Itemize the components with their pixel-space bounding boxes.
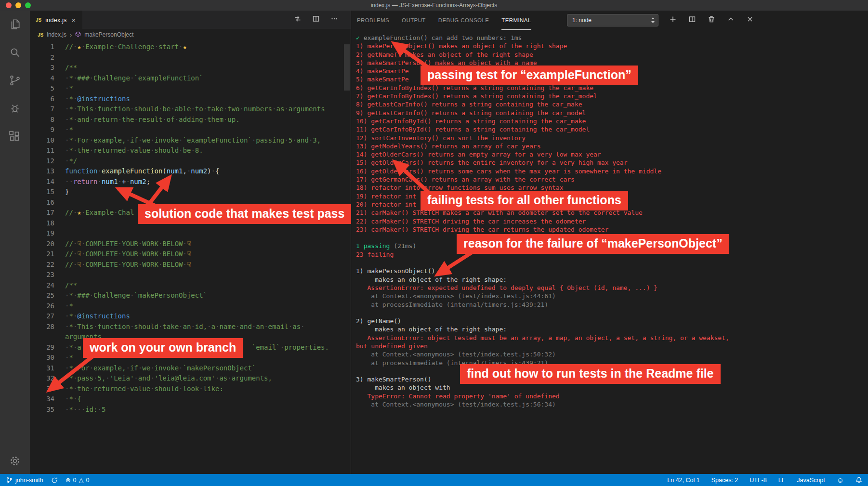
status-language[interactable]: JavaScript xyxy=(797,477,825,484)
status-sync-icon[interactable] xyxy=(51,477,58,484)
split-editor-icon[interactable] xyxy=(312,15,320,25)
line-number: 35 xyxy=(30,405,54,415)
line-number: 24 xyxy=(30,280,54,291)
annotation-solution-code: solution code that makes test pass xyxy=(138,204,351,224)
annotation-failure-reason: reason for the failure of “makePersonObj… xyxy=(457,234,729,254)
tab-close-icon[interactable]: × xyxy=(70,16,77,24)
errors-icon: ⊗ xyxy=(66,476,71,484)
status-encoding[interactable]: UTF-8 xyxy=(750,477,766,484)
line-number: 26 xyxy=(30,301,54,312)
breadcrumb-separator-icon: › xyxy=(70,31,72,39)
line-number: 5 xyxy=(30,83,54,94)
tab-index-js[interactable]: JS index.js × xyxy=(30,11,82,29)
new-terminal-icon[interactable] xyxy=(669,15,677,25)
status-indent[interactable]: Spaces: 2 xyxy=(711,477,738,484)
breadcrumb-symbol[interactable]: makePersonObject xyxy=(84,31,133,38)
code-line: 34·*·{ xyxy=(30,394,351,405)
terminal-line: at Context.<anonymous> (test/index.test.… xyxy=(356,400,868,408)
terminal-line: 16) getOlderCars() returns some cars whe… xyxy=(356,167,868,175)
terminal-line: 12) sortCarInventory() can sort the inve… xyxy=(356,134,868,142)
extensions-icon[interactable] xyxy=(8,129,22,144)
line-number: 16 xyxy=(30,197,54,208)
terminal-line: 17) getGermanCars() returns an array wit… xyxy=(356,175,868,184)
code-line: 3/** xyxy=(30,63,351,73)
line-number: 10 xyxy=(30,135,54,146)
open-changes-icon[interactable] xyxy=(294,15,302,25)
code-line: 32·*·pass·5,·'Leia'·and·'leia@leia.com'·… xyxy=(30,373,351,384)
code-line: 10·*·For·example,·if·we·invoke·`exampleF… xyxy=(30,135,351,146)
status-bar: john-smith ⊗ 0 △ 0 Ln 42, Col 1 Spaces: … xyxy=(0,474,868,486)
terminal-line: 2) getName() makes an object of the righ… xyxy=(356,51,868,59)
status-branch[interactable]: john-smith xyxy=(6,476,43,484)
terminal-line: 13) getModelYears() returns an array of … xyxy=(356,142,868,150)
terminal-line: AssertionError: object tested must be an… xyxy=(356,334,868,342)
line-number: 22 xyxy=(30,260,54,270)
panel-tabs: PROBLEMSOUTPUTDEBUG CONSOLETERMINAL xyxy=(357,11,531,30)
editor-scrollbar-thumb[interactable] xyxy=(344,44,350,91)
line-number: 29 xyxy=(30,342,54,353)
code-line: 20//·☟·COMPLETE·YOUR·WORK·BELOW·☟ xyxy=(30,239,351,250)
terminal-line: at Context.<anonymous> (test/index.test.… xyxy=(356,350,868,358)
run-debug-icon[interactable] xyxy=(8,101,22,116)
line-number: 8 xyxy=(30,115,54,125)
source-control-icon[interactable] xyxy=(8,73,22,88)
search-icon[interactable] xyxy=(8,45,22,60)
breadcrumb-file[interactable]: index.js xyxy=(47,31,66,38)
editor-code-area[interactable]: 1//·★·Example·Challenge·start·★23/**4·*·… xyxy=(30,40,351,415)
line-number: 15 xyxy=(30,187,54,197)
line-number: 19 xyxy=(30,228,54,239)
kill-terminal-trash-icon[interactable] xyxy=(708,15,715,25)
terminal-line: 23) carMaker() STRETCH driving the car r… xyxy=(356,225,868,234)
maximize-panel-chevron-icon[interactable] xyxy=(727,15,735,25)
tab-label: index.js xyxy=(45,16,66,24)
code-line: 21//·☟·COMPLETE·YOUR·WORK·BELOW·☟ xyxy=(30,249,351,260)
symbol-cube-icon xyxy=(75,31,81,39)
code-line: 27·*·@instructions xyxy=(30,311,351,322)
line-number: 32 xyxy=(30,373,54,384)
notifications-bell-icon[interactable] xyxy=(855,477,862,484)
code-line: 1//·★·Example·Challenge·start·★ xyxy=(30,42,351,53)
panel-tab-debug-console[interactable]: DEBUG CONSOLE xyxy=(438,11,489,30)
line-number: 33 xyxy=(30,384,54,394)
editor-tab-bar: JS index.js × xyxy=(30,11,351,29)
feedback-smiley-icon[interactable]: ☺ xyxy=(837,476,844,484)
terminal-line: 22) carMaker() STRETCH driving the car i… xyxy=(356,217,868,225)
status-problems[interactable]: ⊗ 0 △ 0 xyxy=(66,476,90,484)
line-number: 30 xyxy=(30,353,54,363)
terminal-line: AssertionError: expected undefined to de… xyxy=(356,284,868,292)
terminal-line: 7) getCarInfoByIndex() returns a string … xyxy=(356,92,868,100)
terminal-line: 2) getName() xyxy=(356,317,868,325)
panel-tab-terminal[interactable]: TERMINAL xyxy=(501,11,531,30)
title-bar: index.js — JS-Exercise-Functions-Arrays-… xyxy=(0,0,868,11)
editor-group: JS index.js × JS index.js › xyxy=(30,11,351,474)
code-line: 23 xyxy=(30,270,351,280)
code-line: 11·*·the·returned·value·should·be·8. xyxy=(30,145,351,156)
panel-tab-output[interactable]: OUTPUT xyxy=(402,11,426,30)
terminal-line: ✓ exampleFunction() can add two numbers:… xyxy=(356,34,868,42)
split-terminal-icon[interactable] xyxy=(688,15,696,25)
branch-name: john-smith xyxy=(15,477,43,484)
terminal-shell-select[interactable]: 1: node xyxy=(567,14,658,26)
code-line: 31·*·For·example,·if·we·invoke·`makePers… xyxy=(30,363,351,374)
terminal-line: makes an object of the right shape: xyxy=(356,325,868,333)
line-number: 3 xyxy=(30,63,54,73)
terminal-line: TypeError: Cannot read property 'name' o… xyxy=(356,392,868,400)
settings-gear-icon[interactable] xyxy=(8,454,22,468)
line-number: 21 xyxy=(30,249,54,260)
status-line-col[interactable]: Ln 42, Col 1 xyxy=(667,477,699,484)
panel-tab-problems[interactable]: PROBLEMS xyxy=(357,11,389,30)
status-eol[interactable]: LF xyxy=(778,477,786,484)
terminal-line: 14) getOlderCars() returns an empty arra… xyxy=(356,150,868,158)
line-number: 11 xyxy=(30,145,54,156)
code-line: 26·* xyxy=(30,301,351,312)
close-panel-icon[interactable] xyxy=(746,15,754,25)
line-number: 4 xyxy=(30,73,54,84)
terminal-line: at Context.<anonymous> (test/index.test.… xyxy=(356,292,868,300)
code-line: 12·*/ xyxy=(30,156,351,167)
explorer-icon[interactable] xyxy=(8,17,22,32)
more-actions-icon[interactable] xyxy=(330,15,338,25)
warnings-count: 0 xyxy=(86,477,90,484)
line-number: 9 xyxy=(30,125,54,135)
code-line: 5·* xyxy=(30,83,351,94)
code-line: 8·*·and·return·the·result·of·adding·them… xyxy=(30,115,351,125)
